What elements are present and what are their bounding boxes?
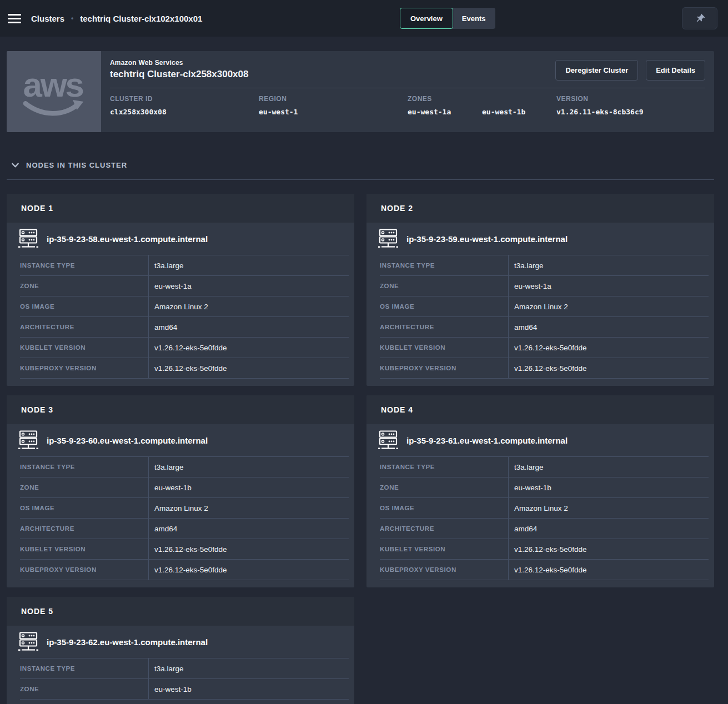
- field-label: KUBELET VERSION: [380, 338, 509, 358]
- field-label: INSTANCE TYPE: [380, 255, 509, 275]
- field-label: KUBEPROXY VERSION: [20, 358, 149, 378]
- node-hostname: ip-35-9-23-59.eu-west-1.compute.internal: [406, 234, 568, 244]
- node-card-title: NODE 3: [21, 405, 53, 414]
- field-value: t3a.large: [509, 457, 544, 477]
- page-content: aws Amazon Web Services techtriq Cluster…: [0, 51, 728, 704]
- field-label: ARCHITECTURE: [20, 519, 149, 539]
- tab-overview[interactable]: Overview: [400, 8, 453, 29]
- node-card-1: NODE 1 ip-35-9-23-58.eu-west-1.compute.i…: [7, 194, 354, 386]
- field-label: ZONE: [20, 679, 149, 699]
- node-details-table: INSTANCE TYPEt3a.largeZONEeu-west-1b: [20, 658, 349, 700]
- edit-details-button[interactable]: Edit Details: [646, 60, 705, 81]
- breadcrumb-clusters[interactable]: Clusters: [31, 14, 64, 23]
- node-card-5: NODE 5 ip-35-9-23-62.eu-west-1.compute.i…: [7, 597, 354, 704]
- table-row: ZONEeu-west-1a: [380, 275, 709, 296]
- field-value: v1.26.12-eks-5e0fdde: [509, 338, 587, 358]
- field-label: INSTANCE TYPE: [20, 255, 149, 275]
- table-row: ZONEeu-west-1b: [20, 477, 349, 497]
- node-host-row: ip-35-9-23-61.eu-west-1.compute.internal: [366, 424, 714, 456]
- field-value: eu-west-1b: [149, 679, 192, 699]
- cluster-title: techtriq Cluster-clx258x300x08: [110, 69, 248, 80]
- field-value: t3a.large: [149, 255, 184, 275]
- node-hostname: ip-35-9-23-58.eu-west-1.compute.internal: [47, 234, 208, 244]
- aws-logo: aws: [7, 51, 101, 132]
- section-divider: [7, 179, 714, 180]
- field-label: OS IMAGE: [380, 498, 509, 518]
- field-value: v1.26.12-eks-5e0fdde: [149, 338, 227, 358]
- pushpin-icon: [692, 11, 707, 26]
- stat-version: VERSION v1.26.11-eks-8cb36c9: [556, 95, 705, 116]
- table-row: INSTANCE TYPEt3a.large: [380, 456, 709, 477]
- table-row: OS IMAGEAmazon Linux 2: [380, 497, 709, 518]
- table-row: ARCHITECTUREamd64: [20, 316, 349, 337]
- field-value: amd64: [149, 317, 177, 337]
- server-icon: [378, 229, 399, 249]
- node-hostname: ip-35-9-23-61.eu-west-1.compute.internal: [406, 436, 568, 445]
- table-row: INSTANCE TYPEt3a.large: [20, 658, 349, 678]
- field-value: Amazon Linux 2: [509, 498, 568, 518]
- field-value: t3a.large: [149, 457, 184, 477]
- nodes-section-toggle[interactable]: NODES IN THIS CLUSTER: [7, 161, 127, 169]
- version-value: v1.26.11-eks-8cb36c9: [556, 108, 644, 116]
- breadcrumb-current-cluster: techtriq Cluster-clx102x100x01: [80, 14, 202, 23]
- field-label: KUBELET VERSION: [20, 338, 149, 358]
- field-label: INSTANCE TYPE: [20, 658, 149, 678]
- node-details-table: INSTANCE TYPEt3a.largeZONEeu-west-1aOS I…: [380, 255, 709, 379]
- node-card-title: NODE 1: [21, 204, 53, 213]
- table-row: KUBELET VERSIONv1.26.12-eks-5e0fdde: [20, 539, 349, 559]
- field-value: t3a.large: [509, 255, 544, 275]
- top-bar: Clusters • techtriq Cluster-clx102x100x0…: [0, 0, 728, 37]
- node-card-title: NODE 4: [381, 405, 413, 414]
- stat-region: REGION eu-west-1: [259, 95, 408, 116]
- table-row: ZONEeu-west-1b: [380, 477, 709, 497]
- zone-b-value: eu-west-1b: [482, 108, 556, 116]
- field-label: KUBEPROXY VERSION: [380, 560, 509, 580]
- deregister-cluster-button[interactable]: Deregister Cluster: [555, 60, 638, 81]
- table-row: ARCHITECTUREamd64: [380, 518, 709, 539]
- node-details-table: INSTANCE TYPEt3a.largeZONEeu-west-1aOS I…: [20, 255, 349, 379]
- field-value: Amazon Linux 2: [149, 498, 208, 518]
- stat-zones: ZONES eu-west-1a eu-west-1b: [408, 95, 556, 116]
- table-row: ZONEeu-west-1b: [20, 678, 349, 699]
- table-row: KUBEPROXY VERSIONv1.26.12-eks-5e0fdde: [380, 559, 709, 580]
- table-row: KUBEPROXY VERSIONv1.26.12-eks-5e0fdde: [380, 358, 709, 378]
- table-row: ARCHITECTUREamd64: [380, 316, 709, 337]
- node-card-title: NODE 2: [381, 204, 413, 213]
- field-value: eu-west-1b: [149, 477, 192, 497]
- field-label: KUBELET VERSION: [380, 539, 509, 559]
- node-host-row: ip-35-9-23-59.eu-west-1.compute.internal: [366, 223, 714, 255]
- menu-icon[interactable]: [8, 14, 21, 23]
- table-row: ZONEeu-west-1a: [20, 275, 349, 296]
- field-value: Amazon Linux 2: [149, 296, 208, 316]
- field-value: eu-west-1a: [149, 276, 192, 296]
- pin-button[interactable]: [682, 7, 717, 29]
- field-label: KUBEPROXY VERSION: [20, 560, 149, 580]
- node-card-2: NODE 2 ip-35-9-23-59.eu-west-1.compute.i…: [366, 194, 714, 386]
- server-icon: [18, 229, 39, 249]
- table-row: INSTANCE TYPEt3a.large: [20, 255, 349, 275]
- node-details-table: INSTANCE TYPEt3a.largeZONEeu-west-1bOS I…: [20, 456, 349, 580]
- node-card-4: NODE 4 ip-35-9-23-61.eu-west-1.compute.i…: [366, 395, 714, 587]
- table-row: INSTANCE TYPEt3a.large: [20, 456, 349, 477]
- table-row: KUBELET VERSIONv1.26.12-eks-5e0fdde: [20, 337, 349, 358]
- cluster-card-main: Amazon Web Services techtriq Cluster-clx…: [101, 51, 714, 132]
- server-icon: [18, 430, 39, 450]
- field-value: amd64: [509, 317, 537, 337]
- table-row: OS IMAGEAmazon Linux 2: [20, 497, 349, 518]
- node-details-table: INSTANCE TYPEt3a.largeZONEeu-west-1bOS I…: [380, 456, 709, 580]
- field-value: v1.26.12-eks-5e0fdde: [509, 358, 587, 378]
- field-label: OS IMAGE: [20, 296, 149, 316]
- field-label: ZONE: [380, 276, 509, 296]
- node-grid: NODE 1 ip-35-9-23-58.eu-west-1.compute.i…: [7, 194, 714, 704]
- breadcrumb: Clusters • techtriq Cluster-clx102x100x0…: [31, 14, 202, 23]
- field-value: Amazon Linux 2: [509, 296, 568, 316]
- table-row: KUBEPROXY VERSIONv1.26.12-eks-5e0fdde: [20, 559, 349, 580]
- table-row: KUBEPROXY VERSIONv1.26.12-eks-5e0fdde: [20, 358, 349, 378]
- tab-events[interactable]: Events: [452, 8, 496, 29]
- table-row: ARCHITECTUREamd64: [20, 518, 349, 539]
- stat-cluster-id: CLUSTER ID clx258x300x08: [110, 95, 259, 116]
- field-value: v1.26.12-eks-5e0fdde: [149, 358, 227, 378]
- table-row: OS IMAGEAmazon Linux 2: [20, 296, 349, 316]
- field-value: eu-west-1a: [509, 276, 551, 296]
- table-row: KUBELET VERSIONv1.26.12-eks-5e0fdde: [380, 337, 709, 358]
